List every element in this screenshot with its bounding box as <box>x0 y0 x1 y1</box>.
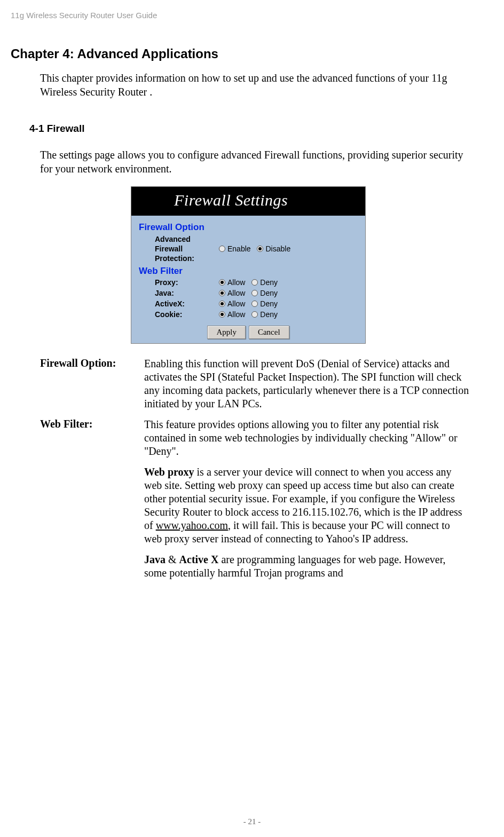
proxy-allow-label: Allow <box>227 278 245 287</box>
activex-label: ActiveX: <box>139 299 219 309</box>
proxy-label: Proxy: <box>139 278 219 287</box>
java-deny-label: Deny <box>260 289 278 297</box>
disable-label: Disable <box>265 244 290 253</box>
chapter-title: Chapter 4: Advanced Applications <box>11 46 472 61</box>
router-screenshot: Firewall Settings Firewall Option Advanc… <box>131 186 472 344</box>
cookie-deny-radio[interactable] <box>251 311 258 318</box>
def-desc-firewall-option: Enabling this function will prevent DoS … <box>144 357 469 410</box>
yahoo-link-text: www.yahoo.com <box>156 519 228 531</box>
firewall-option-section-label: Firewall Option <box>139 222 358 233</box>
def-term-web-filter: Web Filter: <box>40 418 144 580</box>
java-label: Java: <box>139 288 219 298</box>
definition-firewall-option: Firewall Option: Enabling this function … <box>40 357 469 410</box>
amp-text: & <box>166 554 179 565</box>
enable-radio[interactable] <box>219 246 225 252</box>
proxy-allow-radio[interactable] <box>219 279 225 286</box>
activex-allow-label: Allow <box>227 299 245 308</box>
activex-bold: Active X <box>179 554 219 565</box>
def-java-paragraph: Java & Active X are programming language… <box>144 553 469 580</box>
java-allow-radio[interactable] <box>219 290 225 296</box>
apply-button[interactable]: Apply <box>207 326 246 339</box>
section-text: The settings page allows you to configur… <box>40 148 467 176</box>
enable-label: Enable <box>227 244 251 253</box>
cookie-label: Cookie: <box>139 310 219 319</box>
activex-deny-label: Deny <box>260 299 278 308</box>
def-term-firewall-option: Firewall Option: <box>40 357 144 410</box>
section-title-firewall: 4-1 Firewall <box>29 123 472 135</box>
router-title: Firewall Settings <box>131 187 365 216</box>
page-header: 11g Wireless Security Router User Guide <box>11 11 472 20</box>
cookie-allow-radio[interactable] <box>219 311 225 318</box>
disable-radio[interactable] <box>257 246 263 252</box>
cookie-deny-label: Deny <box>260 310 278 319</box>
web-proxy-bold: Web proxy <box>144 466 194 478</box>
advanced-firewall-label: AdvancedFirewallProtection: <box>139 234 219 264</box>
page-number: - 21 - <box>0 817 504 826</box>
cancel-button[interactable]: Cancel <box>249 326 289 339</box>
def-proxy-paragraph: Web proxy is a server your device will c… <box>144 465 469 546</box>
java-bold: Java <box>144 554 166 565</box>
proxy-deny-radio[interactable] <box>251 279 258 286</box>
activex-allow-radio[interactable] <box>219 301 225 307</box>
cookie-allow-label: Allow <box>227 310 245 319</box>
web-filter-section-label: Web Filter <box>139 266 358 277</box>
java-deny-radio[interactable] <box>251 290 258 296</box>
activex-deny-radio[interactable] <box>251 301 258 307</box>
proxy-deny-label: Deny <box>260 278 278 287</box>
def-desc-web-filter: This feature provides options allowing y… <box>144 418 469 458</box>
intro-text: This chapter provides information on how… <box>40 71 467 99</box>
definition-web-filter: Web Filter: This feature provides option… <box>40 418 469 580</box>
java-allow-label: Allow <box>227 289 245 297</box>
